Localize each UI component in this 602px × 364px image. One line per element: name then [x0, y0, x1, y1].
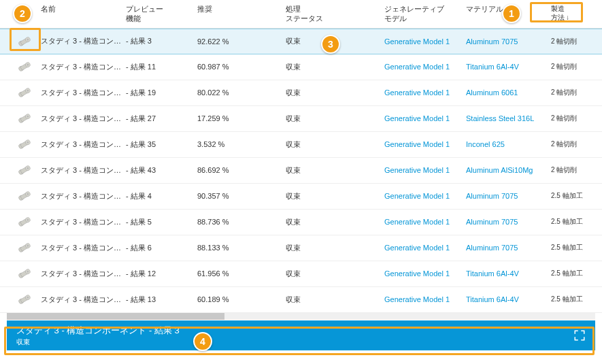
table-row[interactable]: スタディ 3 - 構造コンポ...- 結果 490.357 %収束Generat… — [0, 184, 602, 210]
table-row[interactable]: スタディ 3 - 構造コンポ...- 結果 688.133 %収束Generat… — [0, 235, 602, 261]
cell-recommend: 61.956 % — [197, 269, 286, 278]
cell-name: スタディ 3 - 構造コンポ... — [41, 217, 126, 227]
cell-recommend: 60.987 % — [197, 63, 286, 71]
cell-method: 2.5 軸加工 — [551, 217, 599, 227]
cell-recommend: 3.532 % — [197, 140, 286, 148]
cell-status: 収束 — [286, 165, 384, 176]
cell-material: Aluminum 7075 — [466, 244, 551, 252]
cell-name: スタディ 3 - 構造コンポ... — [41, 269, 126, 279]
cell-status: 収束 — [286, 114, 384, 124]
cell-model: Generative Model 1 — [384, 218, 466, 226]
row-thumb[interactable] — [0, 241, 41, 254]
table-row[interactable]: スタディ 3 - 構造コンポ...- 結果 1261.956 %収束Genera… — [0, 261, 602, 287]
cell-material: Titanium 6Al-4V — [466, 269, 551, 278]
cell-method: 2 軸切削 — [551, 165, 599, 175]
header-preview[interactable]: プレビュー機能 — [126, 4, 197, 24]
detail-info: スタディ 3 - 構造コンポーネント - 結果 3 収束 — [16, 325, 573, 347]
cell-model: Generative Model 1 — [384, 37, 466, 46]
header-model[interactable]: ジェネレーティブモデル — [384, 4, 466, 24]
cell-name: スタディ 3 - 構造コンポ... — [41, 139, 126, 150]
table-row[interactable]: スタディ 3 - 構造コンポ...- 結果 1360.189 %収束Genera… — [0, 287, 602, 313]
cell-model: Generative Model 1 — [384, 63, 466, 71]
row-thumb[interactable] — [0, 293, 41, 306]
row-thumb[interactable] — [0, 112, 41, 125]
header-status[interactable]: 処理ステータス — [286, 4, 384, 24]
row-thumb[interactable] — [0, 137, 41, 151]
cell-name: スタディ 3 - 構造コンポ... — [41, 295, 126, 305]
row-thumb[interactable] — [0, 86, 41, 99]
cell-preview: - 結果 35 — [126, 139, 197, 150]
cell-model: Generative Model 1 — [384, 140, 466, 148]
expand-icon[interactable] — [573, 329, 586, 342]
cell-status: 収束 — [286, 269, 384, 279]
header-name[interactable]: 名前 — [41, 4, 126, 14]
cell-name: スタディ 3 - 構造コンポ... — [41, 114, 126, 124]
table-row[interactable]: スタディ 3 - 構造コンポ...- 結果 588.736 %収束Generat… — [0, 210, 602, 235]
cell-method: 2 軸切削 — [551, 88, 599, 97]
cell-material: Inconel 625 — [466, 140, 551, 148]
results-table: 名前 プレビュー機能 推奨 処理ステータス ジェネレーティブモデル マテリアル … — [0, 0, 602, 313]
row-thumb[interactable] — [0, 189, 41, 203]
callout-1: 1 — [502, 4, 521, 23]
cell-material: Titanium 6Al-4V — [466, 63, 551, 71]
table-row[interactable]: スタディ 3 - 構造コンポ...- 結果 4386.692 %収束Genera… — [0, 158, 602, 184]
cell-method: 2.5 軸加工 — [551, 269, 599, 278]
cell-method: 2 軸切削 — [551, 114, 599, 123]
cell-name: スタディ 3 - 構造コンポ... — [41, 165, 126, 176]
cell-status: 収束 — [286, 217, 384, 227]
cell-recommend: 60.189 % — [197, 295, 286, 303]
cell-status: 収束 — [286, 139, 384, 150]
cell-preview: - 結果 43 — [126, 165, 197, 176]
cell-recommend: 17.259 % — [197, 114, 286, 122]
cell-name: スタディ 3 - 構造コンポ... — [41, 62, 126, 72]
cell-preview: - 結果 27 — [126, 114, 197, 124]
cell-preview: - 結果 12 — [126, 269, 197, 279]
cell-name: スタディ 3 - 構造コンポ... — [41, 191, 126, 201]
horizontal-scrollbar[interactable] — [7, 313, 595, 320]
cell-status: 収束 — [286, 88, 384, 98]
table-row[interactable]: スタディ 3 - 構造コンポ...- 結果 2717.259 %収束Genera… — [0, 106, 602, 132]
cell-name: スタディ 3 - 構造コンポ... — [41, 36, 126, 46]
table-row[interactable]: スタディ 3 - 構造コンポ...- 結果 1980.022 %収束Genera… — [0, 80, 602, 106]
cell-method: 2.5 軸加工 — [551, 191, 599, 201]
row-thumb[interactable] — [0, 60, 41, 73]
table-row[interactable]: スタディ 3 - 構造コンポ...- 結果 353.532 %収束Generat… — [0, 132, 602, 158]
table-body: スタディ 3 - 構造コンポ...- 結果 392.622 %収束Generat… — [0, 29, 602, 313]
header-method[interactable]: 製造方法↓ — [551, 4, 599, 22]
cell-material: Aluminum 6061 — [466, 88, 551, 97]
table-row[interactable]: スタディ 3 - 構造コンポ...- 結果 392.622 %収束Generat… — [0, 29, 602, 54]
cell-method: 2.5 軸加工 — [551, 295, 599, 304]
header-recommend[interactable]: 推奨 — [197, 4, 286, 14]
cell-name: スタディ 3 - 構造コンポ... — [41, 243, 126, 253]
row-thumb[interactable] — [0, 215, 41, 229]
cell-status: 収束 — [286, 191, 384, 201]
row-thumb[interactable] — [0, 267, 41, 280]
cell-status: 収束 — [286, 243, 384, 253]
detail-bar: スタディ 3 - 構造コンポーネント - 結果 3 収束 — [7, 320, 595, 350]
cell-method: 2.5 軸加工 — [551, 243, 599, 252]
scrollbar-thumb[interactable] — [7, 313, 224, 320]
row-thumb[interactable] — [0, 163, 41, 177]
callout-4: 4 — [193, 332, 212, 351]
cell-material: Stainless Steel 316L — [466, 114, 551, 122]
cell-material: Aluminum 7075 — [466, 192, 551, 200]
cell-preview: - 結果 5 — [126, 217, 197, 227]
cell-method: 2 軸切削 — [551, 139, 599, 149]
cell-preview: - 結果 19 — [126, 88, 197, 98]
sort-arrow-icon: ↓ — [566, 14, 569, 21]
cell-model: Generative Model 1 — [384, 88, 466, 97]
row-thumb[interactable] — [0, 35, 41, 48]
cell-name: スタディ 3 - 構造コンポ... — [41, 88, 126, 98]
cell-recommend: 88.133 % — [197, 244, 286, 252]
table-row[interactable]: スタディ 3 - 構造コンポ...- 結果 1160.987 %収束Genera… — [0, 54, 602, 80]
detail-status: 収束 — [16, 337, 573, 347]
cell-material: Aluminum 7075 — [466, 218, 551, 226]
cell-method: 2 軸切削 — [551, 62, 599, 71]
cell-model: Generative Model 1 — [384, 192, 466, 200]
cell-preview: - 結果 13 — [126, 295, 197, 305]
cell-recommend: 88.736 % — [197, 218, 286, 226]
cell-recommend: 90.357 % — [197, 192, 286, 200]
header-method-label: 製造方法 — [551, 5, 565, 21]
cell-status: 収束 — [286, 295, 384, 305]
cell-method: 2 軸切削 — [551, 37, 599, 46]
